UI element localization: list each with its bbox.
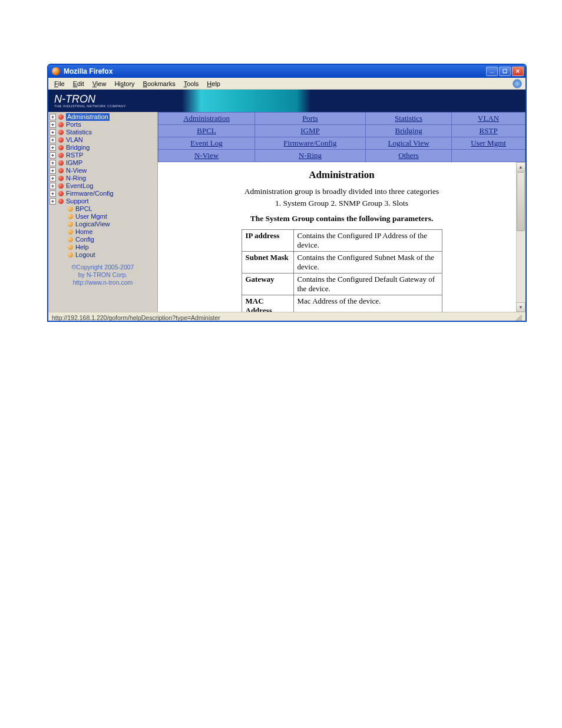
bullet-icon — [58, 160, 64, 166]
tab-bpcl[interactable]: BPCL — [197, 126, 216, 135]
scroll-down-button[interactable]: ▼ — [516, 302, 525, 312]
bullet-icon — [68, 237, 73, 242]
tab-user-mgmt[interactable]: User Mgmt — [471, 139, 506, 147]
tab-firmware-config[interactable]: Firmware/Config — [283, 139, 336, 147]
tab-ports[interactable]: Ports — [302, 114, 318, 123]
sidebar-item-label[interactable]: LogicalView — [75, 220, 110, 228]
tab-vlan[interactable]: VLAN — [478, 114, 499, 123]
expand-icon[interactable]: + — [49, 198, 56, 205]
sidebar-item-label[interactable]: RSTP — [66, 151, 83, 159]
expand-icon[interactable]: + — [49, 152, 56, 159]
expand-icon[interactable]: + — [49, 160, 56, 166]
expand-icon[interactable]: + — [49, 129, 56, 136]
sidebar-item-user-mgmt[interactable]: +User Mgmt — [49, 213, 157, 220]
sidebar-item-logout[interactable]: +Logout — [49, 251, 157, 259]
expand-icon[interactable]: + — [49, 175, 56, 182]
sidebar-item-igmp[interactable]: +IGMP — [49, 159, 157, 167]
expand-icon[interactable]: + — [49, 144, 56, 151]
browser-window: Mozilla Firefox File Edit View History B… — [47, 64, 527, 322]
expand-icon[interactable]: + — [49, 137, 56, 143]
tab-bridging[interactable]: Bridging — [395, 126, 422, 135]
sidebar-item-label[interactable]: Administration — [66, 113, 110, 121]
sidebar-item-firmware-config[interactable]: +Firmware/Config — [49, 190, 157, 197]
tab-administration[interactable]: Administration — [183, 114, 230, 123]
tab-n-view[interactable]: N-View — [194, 151, 219, 160]
table-row: MAC AddressMac Address of the device. — [242, 295, 442, 312]
sidebar-item-bridging[interactable]: +Bridging — [49, 144, 157, 151]
sidebar-item-n-ring[interactable]: +N-Ring — [49, 174, 157, 182]
resize-grip-icon[interactable] — [514, 314, 522, 322]
copyright-link[interactable]: http://www.n-tron.com — [73, 279, 133, 286]
expand-icon[interactable]: + — [49, 167, 56, 174]
menu-help[interactable]: Help — [203, 79, 224, 88]
menu-file[interactable]: File — [51, 79, 68, 88]
menu-tools[interactable]: Tools — [180, 79, 203, 88]
minimize-button[interactable] — [486, 67, 498, 76]
sidebar-item-config[interactable]: +Config — [49, 236, 157, 243]
tab-n-ring[interactable]: N-Ring — [299, 151, 322, 160]
table-row: GatewayContains the Configured Default G… — [242, 274, 442, 295]
tab-igmp[interactable]: IGMP — [300, 126, 320, 135]
expand-icon[interactable]: + — [49, 114, 56, 120]
tab-logical-view[interactable]: Logical View — [388, 139, 429, 147]
expand-icon[interactable]: + — [49, 190, 56, 197]
scroll-up-button[interactable]: ▲ — [516, 162, 525, 172]
menubar: File Edit View History Bookmarks Tools H… — [48, 78, 525, 90]
tab-rstp[interactable]: RSTP — [480, 126, 498, 135]
sidebar-item-label[interactable]: Config — [75, 236, 94, 243]
sidebar-item-eventlog[interactable]: +EventLog — [49, 182, 157, 190]
sidebar-item-label[interactable]: Bridging — [66, 144, 90, 151]
param-value: Contains the Configured IP Address of th… — [293, 230, 442, 252]
sidebar-item-label[interactable]: Firmware/Config — [66, 190, 114, 197]
bullet-icon — [58, 130, 64, 135]
sidebar-item-label[interactable]: Statistics — [66, 129, 92, 136]
sidebar-item-label[interactable]: N-View — [66, 167, 87, 174]
sidebar-item-help[interactable]: +Help — [49, 243, 157, 251]
sidebar-item-label[interactable]: User Mgmt — [75, 213, 107, 220]
param-key: MAC Address — [242, 295, 293, 312]
page-categories: 1. System Group 2. SNMP Group 3. Slots — [173, 199, 510, 208]
expand-icon[interactable]: + — [49, 121, 56, 128]
maximize-button[interactable] — [499, 67, 511, 76]
throbber-icon — [513, 79, 522, 88]
bullet-icon — [58, 176, 64, 181]
close-button[interactable] — [512, 67, 524, 76]
sidebar-item-ports[interactable]: +Ports — [49, 121, 157, 129]
sidebar-item-label[interactable]: Logout — [75, 251, 95, 259]
sidebar-item-label[interactable]: Ports — [66, 121, 81, 129]
menu-edit[interactable]: Edit — [70, 79, 88, 88]
sidebar-item-label[interactable]: Home — [75, 228, 92, 236]
sidebar-item-bpcl[interactable]: +BPCL — [49, 205, 157, 213]
menu-view[interactable]: View — [89, 79, 110, 88]
sidebar-item-label[interactable]: N-Ring — [66, 174, 86, 182]
sidebar-item-label[interactable]: Help — [75, 243, 89, 251]
bullet-icon — [58, 145, 64, 150]
sidebar-item-logicalview[interactable]: +LogicalView — [49, 220, 157, 228]
page-heading: Administration — [173, 169, 510, 181]
menu-history[interactable]: History — [111, 79, 138, 88]
sidebar-item-rstp[interactable]: +RSTP — [49, 151, 157, 159]
sidebar-item-support[interactable]: +Support — [49, 197, 157, 205]
titlebar[interactable]: Mozilla Firefox — [48, 65, 525, 78]
sidebar-item-label[interactable]: Support — [66, 197, 89, 205]
table-row: IP addressContains the Configured IP Add… — [242, 230, 442, 252]
sidebar-item-statistics[interactable]: +Statistics — [49, 129, 157, 136]
sidebar-item-n-view[interactable]: +N-View — [49, 167, 157, 174]
sidebar-item-home[interactable]: +Home — [49, 228, 157, 236]
sidebar-item-administration[interactable]: +Administration — [49, 113, 157, 121]
param-key: Gateway — [242, 274, 293, 295]
tab-others[interactable]: Others — [398, 151, 419, 160]
scrollbar[interactable]: ▲ ▼ — [516, 162, 525, 312]
expand-icon[interactable]: + — [49, 183, 56, 189]
bullet-icon — [58, 191, 64, 196]
tab-statistics[interactable]: Statistics — [395, 114, 422, 123]
tab-event-log[interactable]: Event Log — [190, 139, 223, 147]
sidebar-item-label[interactable]: BPCL — [75, 205, 92, 213]
sidebar-item-label[interactable]: IGMP — [66, 159, 82, 167]
content-pane: ▲ ▼ Administration Administration group … — [158, 162, 525, 312]
scroll-thumb[interactable] — [517, 172, 525, 231]
sidebar-item-label[interactable]: VLAN — [66, 136, 83, 144]
sidebar-item-label[interactable]: EventLog — [66, 182, 93, 190]
menu-bookmarks[interactable]: Bookmarks — [140, 79, 179, 88]
sidebar-item-vlan[interactable]: +VLAN — [49, 136, 157, 144]
